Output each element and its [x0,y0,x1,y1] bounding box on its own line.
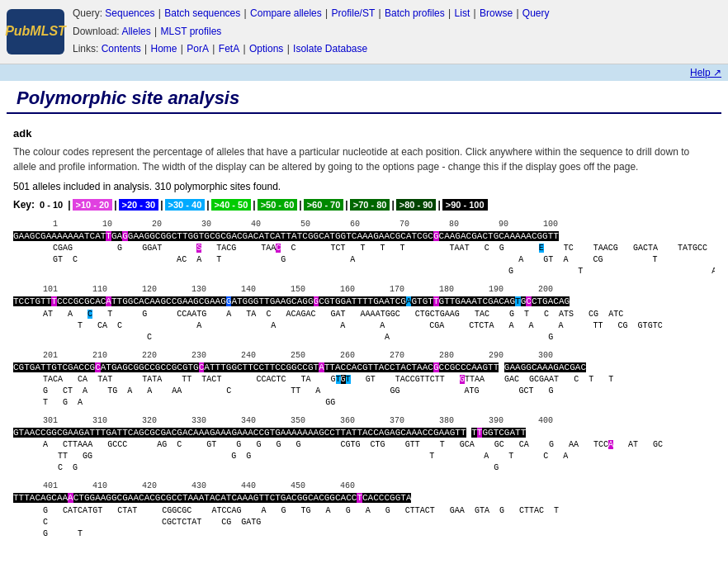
sub-seq-2a: AT A C T G CCAATG A TA C ACAGAC GAT AAAA… [13,309,715,320]
sub-seq-3c: T G A GG [13,397,715,409]
ruler-2: 101 110 120 130 140 150 160 170 180 190 … [13,284,715,296]
main-seq-1: GAAGCGAAAAAAATCATTGAGGAAGGCGGCTTGGTGCGCG… [13,230,715,243]
download-label: Download: [73,26,121,37]
main-seq-5: TTTACAGCAAACTGGAAGGCGAACACGCGCCTAAATACAT… [13,492,715,504]
key-20-30: >20 - 30 [119,199,159,211]
sub-seq-2c: C A G [13,332,715,343]
nav-alleles[interactable]: Alleles [121,26,150,37]
seq-section-5: 401 410 420 430 440 450 460 TTTACAGCAAAC… [13,481,715,539]
sub-seq-3a: TACA CA TAT TATA TT TACT CCACTC TA GTGT … [13,374,715,386]
content: adk The colour codes represent the perce… [0,121,728,553]
sub-seq-5b: C CGCTCTAT CG GATG [13,517,715,528]
stats: 501 alleles included in analysis. 310 po… [13,181,715,192]
key-30-40: >30 - 40 [165,199,206,211]
nav-home[interactable]: Home [151,43,177,54]
download-nav: Download: Alleles | MLST profiles [73,23,550,41]
ruler-5: 401 410 420 430 440 450 460 [13,481,715,492]
key-40-50: >40 - 50 [211,199,252,211]
nav-list[interactable]: List [455,7,470,19]
nav-query[interactable]: Query [522,7,550,19]
nav-compare-alleles[interactable]: Compare alleles [250,7,322,19]
sub-seq-1a: CGAG G GGAT S TACG TAAC C TCT T T T TAAT… [13,243,715,254]
nav-batch-profiles[interactable]: Batch profiles [385,7,445,19]
logo: PubMLST [7,9,64,54]
main-seq-2: TCCTGTTTCCCGCGCACATTGGCACAAGCCGAAGCGAAGG… [13,296,715,308]
logo-text: PubMLST [5,24,66,39]
nav-sequences[interactable]: Sequences [105,7,154,19]
header: PubMLST Query: Sequences | Batch sequenc… [0,0,728,64]
sub-seq-4c: C G G [13,462,715,474]
description: The colour codes represent the percentag… [13,144,715,174]
main-seq-4: GTAACCGGCGAAGATTTGATTCAGCGCGACGACAAAGAAA… [13,427,715,439]
seq-section-3: 201 210 220 230 240 250 260 270 280 290 … [13,350,715,409]
sub-seq-5a: G CATCATGT CTAT CGGCGC ATCCAG A G TG A G… [13,505,715,517]
key-90-100: >90 - 100 [442,199,488,211]
key-0-10: 0 - 10 [36,199,66,211]
main-seq-3: CGTGATTGTCGACCGCATGAGCGGCCGCCGCGTGCATTTG… [13,362,715,374]
nav-contents[interactable]: Contents [102,43,141,54]
links-label: Links: [73,43,102,54]
sub-seq-1c: G T A [13,266,715,277]
nav-isolate-database[interactable]: Isolate Database [293,43,367,54]
seq-section-4: 301 310 320 330 340 350 360 370 380 390 … [13,415,715,474]
sub-seq-5c: G T [13,528,715,540]
key-label: Key: [13,199,35,211]
seq-section-1: 1 10 20 30 40 50 60 70 80 90 100 GAAGCGA… [13,219,715,277]
nav-feta[interactable]: FetA [219,43,239,54]
nav-mlst-profiles[interactable]: MLST profiles [161,26,222,37]
sequence-display: 1 10 20 30 40 50 60 70 80 90 100 GAAGCGA… [13,219,715,547]
ruler-4: 301 310 320 330 340 350 360 370 380 390 … [13,415,715,427]
links-nav: Links: Contents | Home | PorA | FetA | O… [73,40,550,59]
nav-profile-st[interactable]: Profile/ST [332,7,376,19]
seq-section-2: 101 110 120 130 140 150 160 170 180 190 … [13,284,715,343]
nav-options[interactable]: Options [249,43,283,54]
query-nav: Query: Sequences | Batch sequences | Com… [73,5,550,23]
key-80-90: >80 - 90 [396,199,437,211]
key-70-80: >70 - 80 [350,199,390,211]
key: Key: 0 - 10 | >10 - 20 | >20 - 30 | >30 … [13,199,715,211]
key-60-70: >60 - 70 [304,199,344,211]
ruler-3: 201 210 220 230 240 250 260 270 280 290 … [13,350,715,362]
gene-name: adk [13,127,715,140]
nav-browse[interactable]: Browse [480,7,513,19]
key-10-20: >10 - 20 [73,199,113,211]
ruler-1: 1 10 20 30 40 50 60 70 80 90 100 [13,219,715,230]
page-title: Polymorphic site analysis [7,81,721,114]
sub-seq-4a: A CTTAAA GCCC AG C GT G G G G CGTG CTG G… [13,439,715,451]
nav-pora[interactable]: PorA [187,43,209,54]
query-label: Query: [73,7,105,19]
help-link[interactable]: Help ↗ [690,67,721,78]
sub-seq-1b: GT C AC A T G A A GT A CG T [13,254,715,266]
sub-seq-2b: T CA C A A A A CGA CTCTA A A A TT CG GTG… [13,320,715,332]
help-bar: Help ↗ [0,64,728,81]
seq-container: 1 10 20 30 40 50 60 70 80 90 100 GAAGCGA… [13,219,715,540]
sub-seq-3b: G CT A TG A A AA C TT A GG ATG GCT G [13,386,715,397]
key-50-60: >50 - 60 [258,199,298,211]
nav-links: Query: Sequences | Batch sequences | Com… [73,5,550,59]
sub-seq-4b: TT GG G G T A T C A [13,451,715,462]
nav-batch-sequences[interactable]: Batch sequences [164,7,240,19]
